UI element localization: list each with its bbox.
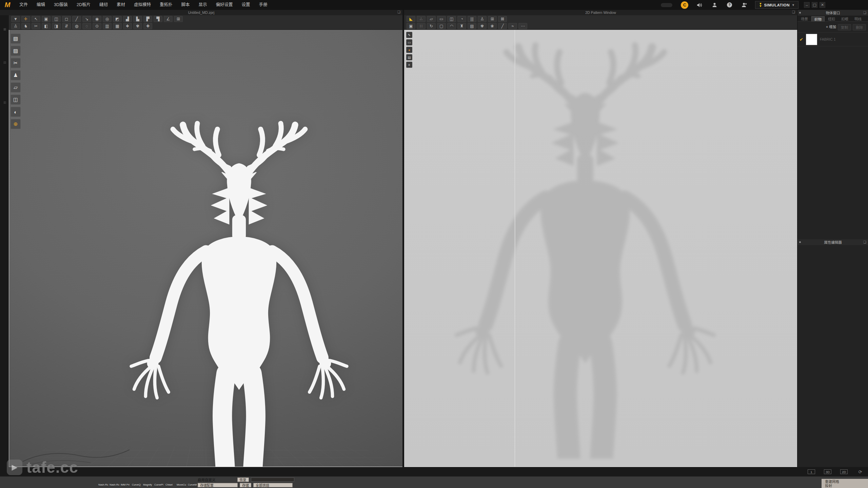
copy-fabric-button[interactable]: 复制: [838, 24, 851, 30]
minimize-button[interactable]: –: [804, 2, 810, 8]
panel-menu-icon[interactable]: ≡: [406, 62, 412, 68]
show-avatar-icon[interactable]: ♟: [11, 70, 21, 80]
edit-pattern-tool[interactable]: ∴: [417, 16, 426, 22]
flip-tool[interactable]: ⇵: [62, 23, 71, 29]
grid-2d-tool[interactable]: ⊠: [498, 16, 507, 22]
restore-button[interactable]: ▢: [812, 2, 817, 8]
polygon-pattern-tool[interactable]: ◫: [447, 16, 456, 22]
avatar-silhouette-toggle[interactable]: ♙: [478, 16, 487, 22]
arrange-back-tool[interactable]: ▙: [133, 16, 142, 22]
tack-tool[interactable]: ∠: [164, 16, 173, 22]
avatar-pose-tool[interactable]: ♙: [11, 23, 20, 29]
button-tool[interactable]: ◍: [72, 23, 81, 29]
tab-topstitch[interactable]: 明线: [852, 16, 864, 21]
window-3d-titlebar[interactable]: Untitled_MD.zprj ❏: [0, 10, 402, 15]
fabric-list-item[interactable]: ✔ FABRIC 1: [797, 32, 868, 46]
grid-snap-tool[interactable]: ⊞: [488, 16, 497, 22]
vertical-tab-icon[interactable]: ▦: [2, 27, 6, 31]
move-pattern-tool[interactable]: ▣: [407, 23, 415, 29]
curve-point-tool[interactable]: ∷: [417, 23, 426, 29]
menu-script[interactable]: 脚本: [177, 0, 194, 10]
bake-all-button[interactable]: 全部烘焙: [253, 483, 293, 487]
app-logo[interactable]: M: [0, 0, 15, 10]
layout-single-button[interactable]: 1: [808, 469, 815, 474]
dart-tool[interactable]: ◠: [447, 23, 456, 29]
menu-retopology[interactable]: 重拓扑: [155, 0, 177, 10]
grid-tool[interactable]: ⊞: [174, 16, 183, 22]
edit-curve-tool[interactable]: ▱: [427, 16, 436, 22]
tab-scene[interactable]: 场景: [798, 16, 811, 21]
pattern-box-icon[interactable]: ▭: [406, 39, 412, 45]
free-sewing-tool[interactable]: ◎: [103, 16, 112, 22]
show-garment-icon[interactable]: ▨: [11, 46, 21, 56]
delete-fabric-button[interactable]: 删除: [853, 24, 866, 30]
sewing-machine-tool[interactable]: ♜: [457, 23, 466, 29]
popout-icon[interactable]: ❏: [863, 11, 866, 15]
refresh-icon[interactable]: ⟳: [856, 469, 864, 474]
annotate-pen-icon[interactable]: ✎: [406, 32, 412, 38]
print-layout-tool[interactable]: ✾: [478, 23, 487, 29]
show-seams-icon[interactable]: ✂: [11, 58, 21, 68]
rect-pattern-tool[interactable]: ▭: [437, 16, 446, 22]
rotate-pattern-tool[interactable]: ↻: [427, 23, 436, 29]
menu-2d-pattern[interactable]: 2D板片: [72, 0, 95, 10]
viewport-3d[interactable]: ▧▨✂♟▱◫◐⊕: [9, 30, 402, 467]
menu-file[interactable]: 文件: [15, 0, 32, 10]
arrange-left-tool[interactable]: ▛: [143, 16, 152, 22]
layout-3d-button[interactable]: 3D: [824, 469, 831, 474]
creature-model-3d[interactable]: [90, 110, 388, 467]
tab-buttonhole[interactable]: 扣眼: [839, 16, 851, 21]
popout-icon[interactable]: ❏: [792, 10, 795, 14]
zipper-tool[interactable]: ▥: [103, 23, 112, 29]
lasso-select-tool[interactable]: ◻: [62, 16, 71, 22]
menu-item-rebuild-mesh[interactable]: 重建网格: [825, 480, 868, 484]
measure-tool[interactable]: ✚: [143, 23, 152, 29]
account-icon[interactable]: [710, 1, 719, 9]
scissors-tool[interactable]: ✂: [32, 23, 40, 29]
segment-sewing-tool[interactable]: ◉: [93, 16, 101, 22]
rect-select-tool[interactable]: ◫: [52, 16, 61, 22]
pin-tool[interactable]: ╱: [72, 16, 81, 22]
circle-pattern-tool[interactable]: ◔: [457, 16, 466, 22]
restore-button[interactable]: 恢复: [237, 477, 249, 482]
show-head-icon[interactable]: ◐: [11, 107, 21, 117]
avatar-add-icon[interactable]: [740, 1, 749, 9]
seam-line-tool[interactable]: ╱: [498, 23, 507, 29]
store-button[interactable]: 存储: [240, 483, 251, 487]
check-icon[interactable]: ✔: [800, 37, 803, 42]
fabric-swatch[interactable]: [806, 34, 817, 45]
menu-3d-garment[interactable]: 3D服装: [50, 0, 72, 10]
trim-tool[interactable]: ▦: [113, 23, 122, 29]
select-move-tool[interactable]: ✛: [21, 16, 30, 22]
avatar-tape-tool[interactable]: ♞: [21, 23, 30, 29]
drag-pin-tool[interactable]: ↘: [82, 16, 91, 22]
menu-manual[interactable]: 手册: [255, 0, 272, 10]
fold-right-tool[interactable]: ◨: [52, 23, 61, 29]
tab-fabric[interactable]: 织物: [811, 16, 825, 21]
attach-button-tool[interactable]: ⊙: [93, 23, 101, 29]
tab-button[interactable]: 纽扣: [825, 16, 838, 21]
box-pattern-tool[interactable]: ▢: [437, 23, 446, 29]
show-globe-icon[interactable]: ⊕: [11, 119, 21, 129]
menu-avatar[interactable]: 虚拟模特: [130, 0, 155, 10]
menu-preferences[interactable]: 偏好设置: [212, 0, 237, 10]
fabric-tool[interactable]: ❖: [123, 23, 132, 29]
vertical-tab-icon[interactable]: ▤: [2, 61, 6, 64]
object-window-header[interactable]: 物体窗口 ❏: [797, 10, 868, 16]
show-pattern-icon[interactable]: ▱: [11, 82, 21, 93]
texture-tool[interactable]: ✾: [133, 23, 142, 29]
arrange-right-tool[interactable]: ▜: [154, 16, 162, 22]
vertical-tab-icon[interactable]: ▥: [2, 101, 6, 104]
store-config-button[interactable]: 存储配置: [198, 483, 238, 487]
simulation-button[interactable]: ▼▼ SIMULATION ▼: [755, 1, 798, 9]
popout-icon[interactable]: ❏: [397, 10, 400, 14]
select-avatar-tool[interactable]: ◩: [113, 16, 122, 22]
record-dot-icon[interactable]: ●: [406, 47, 412, 53]
texture-2d-tool[interactable]: ❀: [488, 23, 497, 29]
layer-tool[interactable]: ▤: [468, 23, 476, 29]
cg-badge-icon[interactable]: C: [680, 1, 689, 9]
show-fabric-icon[interactable]: ▧: [11, 34, 21, 44]
menu-material[interactable]: 素材: [112, 0, 130, 10]
property-editor-header[interactable]: 属性编辑器 ❏: [797, 239, 868, 245]
add-fabric-button[interactable]: + 增加: [826, 24, 836, 30]
